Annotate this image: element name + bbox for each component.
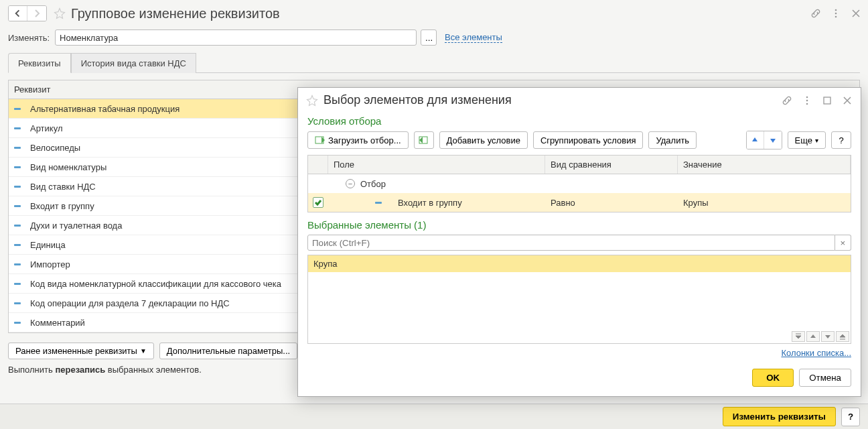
- scroll-down-button[interactable]: [821, 331, 835, 342]
- more-icon[interactable]: [830, 8, 841, 19]
- move-up-button[interactable]: [747, 131, 764, 149]
- clear-search-button[interactable]: ×: [835, 235, 851, 251]
- move-down-button[interactable]: [764, 131, 782, 149]
- page-title: Групповое изменение реквизитов: [71, 6, 280, 21]
- change-attributes-button[interactable]: Изменить реквизиты: [723, 407, 836, 426]
- favorite-star-icon[interactable]: [306, 95, 318, 107]
- svg-point-2: [835, 16, 837, 18]
- scroll-up-button[interactable]: [806, 331, 820, 342]
- scroll-bottom-button[interactable]: [836, 331, 849, 342]
- additional-params-button[interactable]: Дополнительные параметры...: [159, 343, 297, 359]
- col-value: Значение: [678, 156, 851, 174]
- load-filter-button[interactable]: Загрузить отбор...: [307, 131, 409, 149]
- svg-point-3: [806, 96, 808, 98]
- save-icon: [419, 135, 429, 145]
- favorite-star-icon[interactable]: [54, 7, 66, 19]
- change-type-browse-button[interactable]: ...: [421, 29, 437, 46]
- col-field: Поле: [328, 156, 545, 174]
- svg-point-4: [806, 99, 808, 101]
- search-input[interactable]: [307, 235, 835, 251]
- scroll-top-button[interactable]: [792, 331, 805, 342]
- change-label: Изменять:: [8, 33, 50, 43]
- help-button[interactable]: ?: [841, 408, 860, 426]
- link-icon[interactable]: [782, 95, 792, 106]
- dialog-title: Выбор элементов для изменения: [323, 93, 512, 107]
- col-comparison: Вид сравнения: [545, 156, 678, 174]
- more-icon[interactable]: [802, 95, 812, 106]
- close-icon[interactable]: [851, 8, 861, 19]
- load-icon: [315, 135, 326, 145]
- svg-rect-6: [824, 97, 830, 104]
- forward-button[interactable]: [27, 6, 46, 21]
- filter-condition-row[interactable]: Входит в группу Равно Крупы: [308, 193, 851, 212]
- previously-changed-button[interactable]: Ранее измененные реквизиты▼: [8, 343, 154, 359]
- cancel-button[interactable]: Отмена: [799, 369, 851, 387]
- all-elements-link[interactable]: Все элементы: [445, 32, 502, 43]
- selected-elements-table: Крупа: [307, 255, 851, 344]
- back-button[interactable]: [9, 6, 27, 21]
- selected-element-row[interactable]: Крупа: [308, 255, 851, 272]
- group-conditions-button[interactable]: Сгруппировать условия: [533, 131, 644, 149]
- filter-group-row[interactable]: −Отбор: [308, 174, 851, 193]
- selected-elements-heading: Выбранные элементы (1): [307, 219, 851, 231]
- svg-point-1: [835, 13, 837, 15]
- link-icon[interactable]: [810, 8, 821, 19]
- filter-conditions-heading: Условия отбора: [307, 115, 851, 127]
- more-button[interactable]: Еще ▾: [788, 131, 826, 149]
- save-filter-button[interactable]: [414, 131, 434, 149]
- condition-checkbox[interactable]: [313, 197, 323, 208]
- selection-dialog: Выбор элементов для изменения Условия от…: [297, 87, 861, 397]
- ok-button[interactable]: OK: [752, 369, 794, 387]
- tab-vat-history[interactable]: История вида ставки НДС: [71, 53, 196, 73]
- add-condition-button[interactable]: Добавить условие: [439, 131, 528, 149]
- change-type-input[interactable]: Номенклатура: [55, 29, 417, 46]
- filter-table: Поле Вид сравнения Значение −Отбор Входи…: [307, 155, 851, 212]
- svg-point-5: [806, 103, 808, 105]
- nav-buttons: [8, 5, 47, 21]
- move-buttons: [746, 131, 782, 149]
- tab-attributes[interactable]: Реквизиты: [8, 53, 71, 73]
- collapse-icon[interactable]: −: [346, 179, 355, 188]
- close-icon[interactable]: [842, 95, 853, 106]
- maximize-icon[interactable]: [822, 95, 833, 106]
- dialog-help-button[interactable]: ?: [831, 131, 851, 149]
- delete-condition-button[interactable]: Удалить: [648, 131, 697, 149]
- columns-link[interactable]: Колонки списка...: [781, 348, 851, 358]
- svg-point-0: [835, 9, 837, 11]
